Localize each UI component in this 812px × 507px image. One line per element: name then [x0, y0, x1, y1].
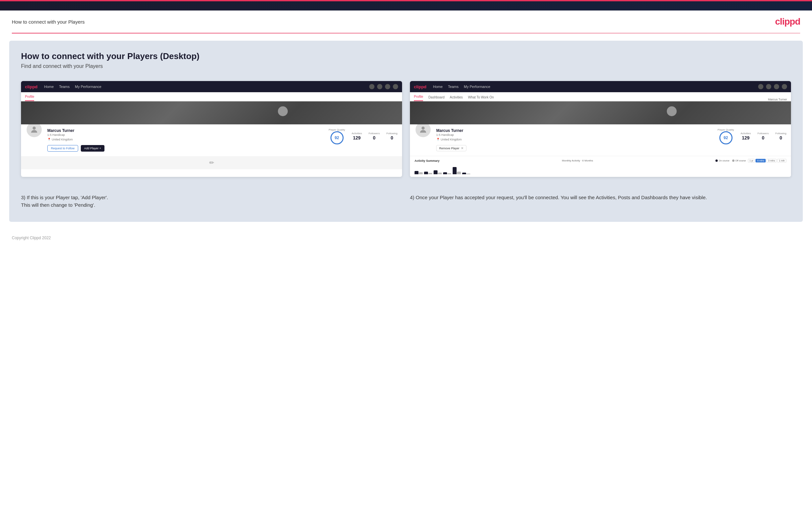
left-banner-circle [278, 106, 288, 116]
bar-group-2 [424, 172, 432, 174]
bar-light-3 [438, 173, 442, 174]
right-nav-logo: clippd [414, 84, 426, 89]
right-nav-icons [758, 84, 787, 89]
left-banner [21, 101, 402, 124]
activity-controls: On course Off course 1 yr 6 mths 3 mths [715, 159, 786, 162]
screenshots-row: clippd Home Teams My Performance Profile [21, 81, 791, 177]
left-nav-logo: clippd [25, 84, 38, 89]
left-player-name: Marcus Turner [47, 128, 324, 133]
remove-player-label: Remove Player [439, 147, 460, 150]
caption-left: 3) If this is your Player tap, 'Add Play… [21, 187, 402, 209]
bar-light-5 [457, 172, 461, 174]
left-stat-following: Following 0 [386, 132, 398, 141]
left-avatar-icon [30, 125, 39, 134]
left-nav-teams[interactable]: Teams [59, 84, 70, 89]
right-quality: Player Quality 92 [718, 128, 734, 145]
left-quality-label: Player Quality [329, 128, 345, 131]
bar-group-4 [443, 172, 451, 174]
right-stat-activities: Activities 129 [741, 132, 751, 141]
activity-bars [414, 164, 786, 174]
remove-player-button[interactable]: Remove Player ✕ [436, 145, 466, 151]
left-activities-label: Activities [351, 132, 362, 135]
bar-light-2 [428, 173, 432, 174]
activity-period: Monthly Activity · 6 Months [562, 159, 593, 162]
time-btn-1mth[interactable]: 1 mth [777, 159, 786, 162]
left-profile-section: Marcus Turner 1-5 Handicap 📍 United King… [21, 124, 402, 156]
right-user-icon[interactable] [766, 84, 771, 89]
left-user-icon[interactable] [377, 84, 383, 89]
legend-off-course-dot [732, 160, 734, 162]
right-player-name: Marcus Turner [436, 128, 713, 133]
left-quality-circle: 92 [331, 131, 344, 145]
right-activities-label: Activities [741, 132, 751, 135]
legend-on-course: On course [715, 160, 729, 162]
request-to-follow-button[interactable]: Request to Follow [47, 145, 78, 152]
right-player-details: 1-5 Handicap 📍 United Kingdom [436, 133, 713, 142]
right-avatar-icon [418, 125, 428, 134]
svg-point-1 [421, 127, 424, 130]
bar-dark-1 [414, 171, 418, 174]
left-mock-tabs: Profile [21, 92, 402, 101]
left-nav-icons [369, 84, 398, 89]
bar-light-6 [466, 174, 470, 174]
left-stats-row: Player Quality 92 Activities 129 Followe… [329, 127, 398, 145]
left-banner-img [21, 101, 402, 124]
right-player-info: Marcus Turner 1-5 Handicap 📍 United King… [436, 127, 713, 151]
time-btn-1yr[interactable]: 1 yr [748, 159, 755, 162]
left-nav-home[interactable]: Home [44, 84, 54, 89]
right-stat-followers: Followers 0 [757, 132, 769, 141]
right-search-icon[interactable] [758, 84, 763, 89]
left-player-details: 1-5 Handicap 📍 United Kingdom [47, 133, 324, 142]
footer-copyright: Copyright Clippd 2022 [12, 236, 51, 240]
left-globe-icon[interactable] [393, 84, 398, 89]
time-btn-6mths[interactable]: 6 mths [756, 159, 766, 162]
right-tab-activities[interactable]: Activities [450, 96, 462, 101]
add-player-button[interactable]: Add Player + [81, 145, 104, 152]
screenshot-left: clippd Home Teams My Performance Profile [21, 81, 402, 177]
left-scroll-area: ✏ [21, 156, 402, 169]
right-tab-dashboard[interactable]: Dashboard [428, 96, 445, 101]
legend-off-course-label: Off course [735, 160, 746, 162]
right-banner-circle [667, 106, 677, 116]
right-nav-my-performance[interactable]: My Performance [464, 84, 491, 89]
top-bar [0, 0, 812, 10]
right-globe-icon[interactable] [782, 84, 787, 89]
left-following-label: Following [386, 132, 398, 135]
right-quality-circle: 92 [719, 131, 732, 145]
right-nav-teams[interactable]: Teams [448, 84, 459, 89]
right-stat-following: Following 0 [775, 132, 786, 141]
right-mock-nav: clippd Home Teams My Performance [410, 81, 791, 92]
right-stats-row: Player Quality 92 Activities 129 Followe… [718, 127, 786, 145]
right-tab-profile[interactable]: Profile [414, 95, 423, 101]
bar-group-3 [434, 170, 442, 174]
bar-dark-2 [424, 172, 428, 174]
page-footer: Copyright Clippd 2022 [0, 229, 812, 247]
left-quality: Player Quality 92 [329, 128, 345, 145]
activity-section: Activity Summary Monthly Activity · 6 Mo… [410, 156, 791, 177]
right-settings-icon[interactable] [774, 84, 779, 89]
left-followers-value: 0 [373, 135, 375, 140]
time-btn-3mths[interactable]: 3 mths [766, 159, 776, 162]
left-search-icon[interactable] [369, 84, 374, 89]
right-nav-home[interactable]: Home [433, 84, 443, 89]
screenshot-right: clippd Home Teams My Performance Profile… [410, 81, 791, 177]
activity-time-buttons: 1 yr 6 mths 3 mths 1 mth [748, 159, 786, 162]
content-title: How to connect with your Players (Deskto… [21, 51, 791, 61]
left-settings-icon[interactable] [385, 84, 390, 89]
right-tab-what-to-work-on[interactable]: What To Work On [468, 96, 494, 101]
bar-group-5 [453, 167, 461, 174]
activity-header: Activity Summary Monthly Activity · 6 Mo… [414, 159, 786, 162]
left-nav-my-performance[interactable]: My Performance [75, 84, 101, 89]
right-banner [410, 101, 791, 124]
caption-left-text: 3) If this is your Player tap, 'Add Play… [21, 194, 402, 209]
bar-group-1 [414, 171, 423, 174]
left-country: United Kingdom [52, 138, 73, 141]
right-profile-row: Marcus Turner 1-5 Handicap 📍 United King… [414, 127, 786, 151]
right-banner-img [410, 101, 791, 124]
left-following-value: 0 [391, 135, 393, 140]
right-handicap: 1-5 Handicap [436, 133, 454, 136]
right-player-dropdown[interactable]: Marcus Turner [768, 98, 787, 101]
right-profile-section: Marcus Turner 1-5 Handicap 📍 United King… [410, 124, 791, 156]
left-handicap: 1-5 Handicap [47, 133, 65, 136]
left-tab-profile[interactable]: Profile [25, 95, 34, 101]
